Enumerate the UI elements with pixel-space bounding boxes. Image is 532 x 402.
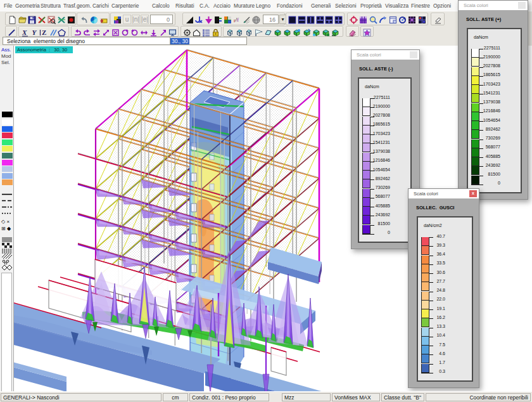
- svg-text:r: r: [234, 17, 236, 23]
- svg-text:Y: Y: [32, 29, 37, 36]
- svg-text:X: X: [22, 29, 27, 36]
- svg-text:f: f: [237, 16, 239, 23]
- svg-text:Z: Z: [42, 29, 46, 36]
